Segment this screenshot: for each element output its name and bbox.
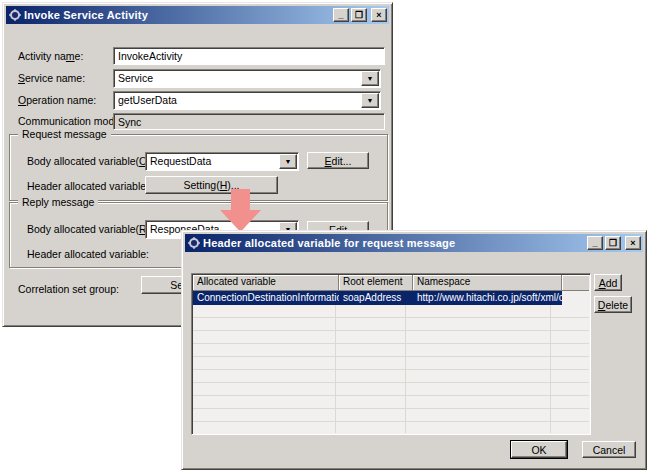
back-window-title: Invoke Service Activity (24, 9, 330, 21)
delete-button[interactable]: Delete (594, 296, 632, 313)
cell-filler (562, 291, 589, 305)
cell-namespace[interactable]: http://www.hitachi.co.jp/soft/xml/co... (413, 291, 562, 305)
request-body-variable-select[interactable]: RequestData ▼ (145, 152, 299, 171)
table-row-selected[interactable]: ConnectionDestinationInformation soapAdd… (193, 291, 589, 305)
operation-name-label: Operation name: (18, 94, 96, 106)
maximize-icon[interactable]: ❐ (605, 236, 621, 250)
service-name-select[interactable]: Service ▼ (113, 69, 381, 88)
activity-name-label: Activity name: (18, 50, 83, 62)
minimize-icon[interactable]: _ (333, 8, 349, 22)
request-header-variable-label: Header allocated variable: (27, 180, 149, 192)
header-allocated-variable-window: Header allocated variable for request me… (181, 230, 647, 470)
front-titlebar: Header allocated variable for request me… (185, 234, 643, 252)
allocated-variable-table[interactable]: Allocated variable Root element Namespac… (191, 273, 591, 435)
cancel-button[interactable]: Cancel (582, 441, 636, 458)
dropdown-arrow-icon[interactable]: ▼ (361, 71, 379, 86)
reply-header-variable-label: Header allocated variable: (27, 248, 149, 260)
correlation-set-group-label: Correlation set group: (18, 283, 119, 295)
operation-name-select[interactable]: getUserData ▼ (113, 91, 381, 110)
cell-allocated-variable[interactable]: ConnectionDestinationInformation (193, 291, 339, 305)
down-arrow-annotation (219, 189, 263, 233)
minimize-icon[interactable]: _ (587, 236, 603, 250)
gear-icon (8, 9, 21, 22)
screenshot-canvas: Invoke Service Activity _ ❐ × Activity n… (0, 0, 648, 472)
back-titlebar: Invoke Service Activity _ ❐ × (6, 6, 389, 24)
front-window-title: Header allocated variable for request me… (203, 237, 584, 249)
column-header-namespace[interactable]: Namespace (413, 275, 562, 291)
add-button[interactable]: Add (594, 274, 622, 291)
dropdown-arrow-icon[interactable]: ▼ (361, 93, 379, 108)
communication-model-field: Sync (113, 113, 385, 130)
request-message-group-title: Request message (18, 128, 111, 140)
reply-body-variable-label: Body allocated variable(R): (27, 223, 153, 235)
column-header-filler (562, 275, 589, 291)
maximize-icon[interactable]: ❐ (351, 8, 367, 22)
table-empty-area (193, 305, 589, 433)
request-body-variable-label: Body allocated variable(O): (27, 155, 154, 167)
cell-root-element[interactable]: soapAddress (339, 291, 413, 305)
close-icon[interactable]: × (371, 8, 387, 22)
column-header-root-element[interactable]: Root element (339, 275, 413, 291)
close-icon[interactable]: × (625, 236, 641, 250)
communication-model-label: Communication model: (18, 115, 125, 127)
service-name-label: Service name: (18, 72, 85, 84)
activity-name-input[interactable]: InvokeActivity (113, 47, 385, 65)
dropdown-arrow-icon[interactable]: ▼ (279, 154, 297, 169)
gear-icon (187, 237, 200, 250)
request-edit-button[interactable]: Edit... (307, 152, 369, 169)
column-header-allocated-variable[interactable]: Allocated variable (193, 275, 339, 291)
ok-button[interactable]: OK (511, 441, 567, 458)
reply-message-group-title: Reply message (18, 196, 98, 208)
request-message-group: Request message Body allocated variable(… (9, 134, 388, 201)
table-header-row: Allocated variable Root element Namespac… (193, 275, 589, 291)
